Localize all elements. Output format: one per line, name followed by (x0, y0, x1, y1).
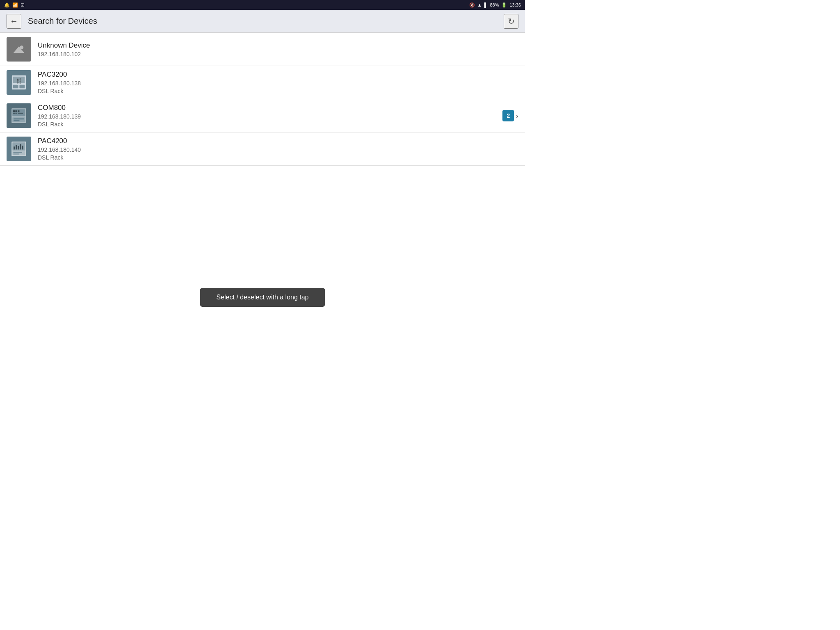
wifi-icon: 📶 (12, 2, 18, 8)
device-badge-area-com800: 2 › (502, 110, 518, 121)
device-info-pac3200: PAC3200 192.168.180.138 DSL Rack (38, 71, 518, 94)
svg-rect-29 (22, 146, 23, 149)
svg-rect-28 (20, 144, 21, 150)
svg-rect-14 (15, 110, 17, 112)
svg-rect-27 (18, 146, 19, 150)
device-name-pac4200: PAC4200 (38, 137, 518, 145)
toast-text: Select / deselect with a long tap (216, 294, 308, 301)
svg-rect-17 (15, 113, 17, 114)
app-bar: ← Search for Devices ↻ (0, 10, 525, 33)
svg-rect-21 (14, 120, 19, 121)
svg-rect-9 (19, 85, 25, 89)
unknown-device-icon (11, 41, 27, 57)
device-name-pac3200: PAC3200 (38, 71, 518, 79)
device-thumbnail-pac4200 (7, 137, 31, 161)
svg-text:238: 238 (17, 82, 21, 84)
device-group-pac4200: DSL Rack (38, 154, 518, 161)
mute-icon: 🔇 (469, 2, 475, 8)
status-bar: 🔔 📶 ☑ 🔇 ▲ ▌ 88% 🔋 13:36 (0, 0, 525, 10)
svg-rect-19 (12, 117, 25, 122)
page-title: Search for Devices (28, 16, 504, 26)
status-bar-right: 🔇 ▲ ▌ 88% 🔋 13:36 (469, 2, 521, 8)
svg-rect-26 (16, 145, 17, 150)
svg-point-1 (20, 46, 23, 49)
chevron-right-icon: › (516, 111, 518, 121)
device-info-pac4200: PAC4200 192.168.180.140 DSL Rack (38, 137, 518, 161)
device-ip-unknown: 192.168.180.102 (38, 51, 518, 57)
refresh-icon: ↻ (508, 16, 515, 26)
svg-rect-13 (13, 110, 15, 112)
pac4200-device-icon (11, 141, 27, 157)
refresh-button[interactable]: ↻ (504, 14, 518, 29)
device-ip-com800: 192.168.180.139 (38, 113, 502, 120)
svg-rect-25 (14, 146, 15, 149)
device-item-com800[interactable]: COM800 192.168.180.139 DSL Rack 2 › (0, 99, 525, 132)
device-group-pac3200: DSL Rack (38, 88, 518, 94)
com800-device-icon (11, 107, 27, 124)
device-badge-com800: 2 (502, 110, 514, 121)
svg-rect-31 (13, 152, 22, 153)
bottom-toast: Select / deselect with a long tap (200, 288, 325, 307)
device-name-unknown: Unknown Device (38, 41, 518, 50)
signal-icon: ▌ (484, 2, 488, 7)
device-item-unknown[interactable]: Unknown Device 192.168.180.102 (0, 33, 525, 66)
back-arrow-icon: ← (10, 16, 18, 26)
svg-rect-16 (13, 113, 15, 114)
back-button[interactable]: ← (7, 14, 21, 29)
device-group-com800: DSL Rack (38, 121, 502, 128)
svg-rect-20 (14, 118, 24, 119)
battery-percent: 88% (490, 2, 499, 7)
notification-icon: 🔔 (4, 2, 10, 8)
device-thumbnail-unknown (7, 37, 31, 62)
device-thumbnail-com800 (7, 103, 31, 128)
pac3200-device-icon: 238 238 238 (11, 74, 27, 91)
svg-rect-8 (13, 85, 18, 89)
device-info-unknown: Unknown Device 192.168.180.102 (38, 41, 518, 57)
device-thumbnail-pac3200: 238 238 238 (7, 70, 31, 95)
device-info-com800: COM800 192.168.180.139 DSL Rack (38, 104, 502, 128)
device-list: Unknown Device 192.168.180.102 238 238 2… (0, 33, 525, 166)
battery-icon: 🔋 (501, 2, 507, 8)
status-bar-left: 🔔 📶 ☑ (4, 2, 25, 8)
time-display: 13:36 (509, 2, 521, 7)
wifi-status-icon: ▲ (477, 2, 482, 7)
svg-rect-15 (18, 110, 19, 112)
svg-rect-12 (12, 109, 25, 116)
task-icon: ☑ (21, 2, 25, 8)
svg-rect-18 (18, 113, 23, 114)
svg-rect-32 (13, 153, 19, 154)
device-name-com800: COM800 (38, 104, 502, 112)
device-item-pac4200[interactable]: PAC4200 192.168.180.140 DSL Rack (0, 132, 525, 166)
svg-rect-30 (12, 151, 25, 155)
device-ip-pac4200: 192.168.180.140 (38, 146, 518, 153)
device-ip-pac3200: 192.168.180.138 (38, 80, 518, 87)
device-item-pac3200[interactable]: 238 238 238 PAC3200 192.168.180.138 DSL … (0, 66, 525, 99)
